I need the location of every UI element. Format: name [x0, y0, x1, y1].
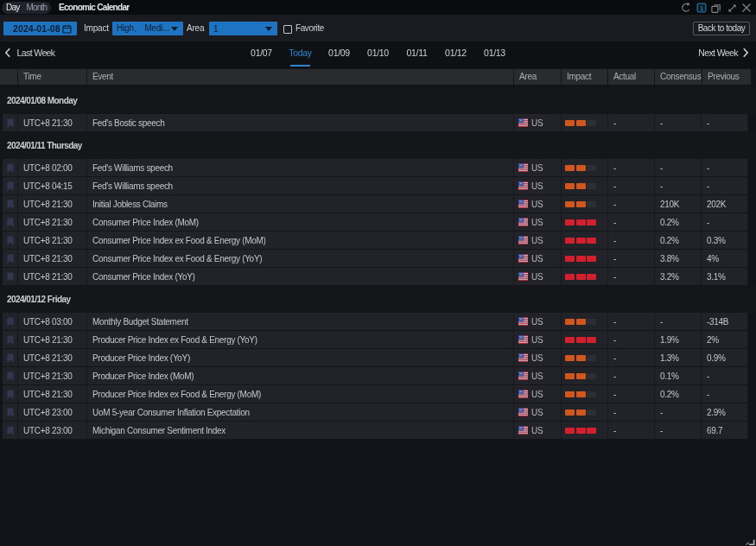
- svg-text:1: 1: [700, 3, 703, 11]
